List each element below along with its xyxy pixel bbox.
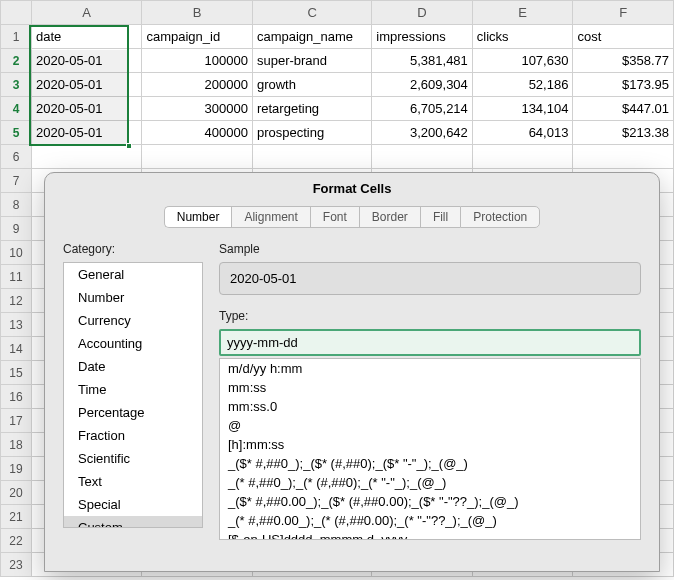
format-item-7[interactable]: _($* #,##0.00_);_($* (#,##0.00);_($* "-"… <box>220 492 640 511</box>
format-item-5[interactable]: _($* #,##0_);_($* (#,##0);_($* "-"_);_(@… <box>220 454 640 473</box>
format-item-9[interactable]: [$-en-US]dddd, mmmm d, yyyy <box>220 530 640 540</box>
cell-A1[interactable]: date <box>31 25 142 49</box>
cell-C6[interactable] <box>252 145 371 169</box>
column-header-B[interactable]: B <box>142 1 253 25</box>
row-header-21[interactable]: 21 <box>1 505 32 529</box>
tab-number[interactable]: Number <box>164 206 232 228</box>
cell-C1[interactable]: campaign_name <box>252 25 371 49</box>
format-item-2[interactable]: mm:ss.0 <box>220 397 640 416</box>
tab-protection[interactable]: Protection <box>460 206 540 228</box>
cell-B2[interactable]: 100000 <box>142 49 253 73</box>
row-header-17[interactable]: 17 <box>1 409 32 433</box>
format-item-8[interactable]: _(* #,##0.00_);_(* (#,##0.00);_(* "-"??_… <box>220 511 640 530</box>
cell-F3[interactable]: $173.95 <box>573 73 674 97</box>
cell-B6[interactable] <box>142 145 253 169</box>
row-header-8[interactable]: 8 <box>1 193 32 217</box>
cell-E6[interactable] <box>472 145 573 169</box>
row-header-14[interactable]: 14 <box>1 337 32 361</box>
cell-D4[interactable]: 6,705,214 <box>372 97 473 121</box>
format-list[interactable]: m/d/yy h:mmmm:ssmm:ss.0@[h]:mm:ss_($* #,… <box>219 358 641 540</box>
format-item-6[interactable]: _(* #,##0_);_(* (#,##0);_(* "-"_);_(@_) <box>220 473 640 492</box>
row-header-15[interactable]: 15 <box>1 361 32 385</box>
type-label: Type: <box>219 309 641 323</box>
cell-D3[interactable]: 2,609,304 <box>372 73 473 97</box>
cell-F6[interactable] <box>573 145 674 169</box>
row-header-12[interactable]: 12 <box>1 289 32 313</box>
row-header-6[interactable]: 6 <box>1 145 32 169</box>
cell-F4[interactable]: $447.01 <box>573 97 674 121</box>
cell-E2[interactable]: 107,630 <box>472 49 573 73</box>
column-header-A[interactable]: A <box>31 1 142 25</box>
category-date[interactable]: Date <box>64 355 202 378</box>
dialog-title: Format Cells <box>45 173 659 206</box>
cell-B5[interactable]: 400000 <box>142 121 253 145</box>
column-header-F[interactable]: F <box>573 1 674 25</box>
row-header-1[interactable]: 1 <box>1 25 32 49</box>
tab-fill[interactable]: Fill <box>420 206 460 228</box>
category-currency[interactable]: Currency <box>64 309 202 332</box>
row-header-22[interactable]: 22 <box>1 529 32 553</box>
category-percentage[interactable]: Percentage <box>64 401 202 424</box>
category-custom[interactable]: Custom <box>64 516 202 528</box>
row-header-3[interactable]: 3 <box>1 73 32 97</box>
tab-alignment[interactable]: Alignment <box>231 206 309 228</box>
cell-C5[interactable]: prospecting <box>252 121 371 145</box>
category-list[interactable]: GeneralNumberCurrencyAccountingDateTimeP… <box>63 262 203 528</box>
cell-A4[interactable]: 2020-05-01 <box>31 97 142 121</box>
category-text[interactable]: Text <box>64 470 202 493</box>
cell-F2[interactable]: $358.77 <box>573 49 674 73</box>
column-header-D[interactable]: D <box>372 1 473 25</box>
cell-E1[interactable]: clicks <box>472 25 573 49</box>
cell-D5[interactable]: 3,200,642 <box>372 121 473 145</box>
cell-A5[interactable]: 2020-05-01 <box>31 121 142 145</box>
row-header-2[interactable]: 2 <box>1 49 32 73</box>
column-header-C[interactable]: C <box>252 1 371 25</box>
row-header-4[interactable]: 4 <box>1 97 32 121</box>
cell-A6[interactable] <box>31 145 142 169</box>
cell-E5[interactable]: 64,013 <box>472 121 573 145</box>
category-fraction[interactable]: Fraction <box>64 424 202 447</box>
dialog-tabs: NumberAlignmentFontBorderFillProtection <box>45 206 659 242</box>
row-header-23[interactable]: 23 <box>1 553 32 577</box>
cell-E4[interactable]: 134,104 <box>472 97 573 121</box>
cell-F1[interactable]: cost <box>573 25 674 49</box>
row-header-11[interactable]: 11 <box>1 265 32 289</box>
cell-D1[interactable]: impressions <box>372 25 473 49</box>
row-header-16[interactable]: 16 <box>1 385 32 409</box>
row-header-13[interactable]: 13 <box>1 313 32 337</box>
column-header-E[interactable]: E <box>472 1 573 25</box>
category-special[interactable]: Special <box>64 493 202 516</box>
cell-B4[interactable]: 300000 <box>142 97 253 121</box>
tab-border[interactable]: Border <box>359 206 420 228</box>
cell-C2[interactable]: super-brand <box>252 49 371 73</box>
category-time[interactable]: Time <box>64 378 202 401</box>
category-accounting[interactable]: Accounting <box>64 332 202 355</box>
row-header-20[interactable]: 20 <box>1 481 32 505</box>
row-header-10[interactable]: 10 <box>1 241 32 265</box>
format-item-1[interactable]: mm:ss <box>220 378 640 397</box>
cell-C3[interactable]: growth <box>252 73 371 97</box>
category-number[interactable]: Number <box>64 286 202 309</box>
format-item-4[interactable]: [h]:mm:ss <box>220 435 640 454</box>
format-item-3[interactable]: @ <box>220 416 640 435</box>
row-header-18[interactable]: 18 <box>1 433 32 457</box>
cell-B1[interactable]: campaign_id <box>142 25 253 49</box>
format-item-0[interactable]: m/d/yy h:mm <box>220 359 640 378</box>
category-general[interactable]: General <box>64 263 202 286</box>
category-scientific[interactable]: Scientific <box>64 447 202 470</box>
tab-font[interactable]: Font <box>310 206 359 228</box>
type-input[interactable] <box>219 329 641 356</box>
cell-A2[interactable]: 2020-05-01 <box>31 49 142 73</box>
cell-A3[interactable]: 2020-05-01 <box>31 73 142 97</box>
cell-D2[interactable]: 5,381,481 <box>372 49 473 73</box>
cell-B3[interactable]: 200000 <box>142 73 253 97</box>
row-header-5[interactable]: 5 <box>1 121 32 145</box>
row-header-19[interactable]: 19 <box>1 457 32 481</box>
cell-E3[interactable]: 52,186 <box>472 73 573 97</box>
row-header-7[interactable]: 7 <box>1 169 32 193</box>
cell-C4[interactable]: retargeting <box>252 97 371 121</box>
row-header-9[interactable]: 9 <box>1 217 32 241</box>
cell-F5[interactable]: $213.38 <box>573 121 674 145</box>
cell-D6[interactable] <box>372 145 473 169</box>
select-all-corner[interactable] <box>1 1 32 25</box>
